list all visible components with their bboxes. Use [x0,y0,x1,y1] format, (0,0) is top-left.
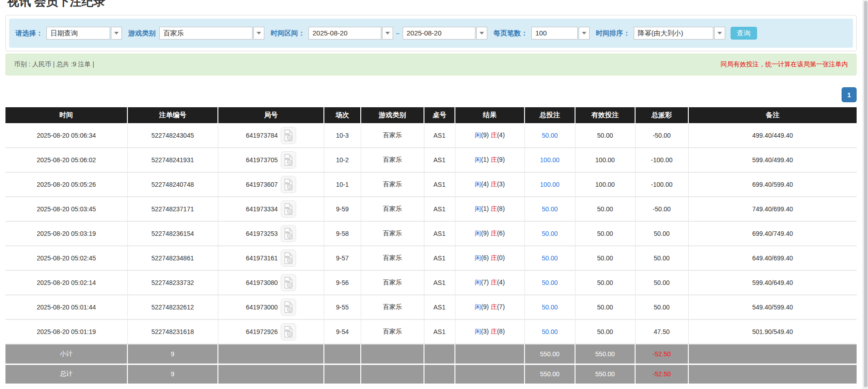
col-result: 结果 [455,107,525,123]
query-type-select[interactable]: 日期查询 [46,27,122,40]
cell-game-category: 百家乐 [361,246,424,270]
page-title: 视讯 会员下注纪录 [7,0,857,8]
cell-bet-id: 522748231618 [127,319,218,344]
result-player: 闲 [474,229,481,237]
round-number: 641973334 [246,205,278,213]
bet-records-table: 时间 注单编号 局号 场次 游戏类别 桌号 结果 总投注 有效投注 总派彩 备注… [5,107,857,385]
cell-session: 10-2 [324,148,361,172]
cell-total-bet: 100.00 [525,172,575,197]
video-record-icon[interactable] [281,299,296,316]
cell-valid-bet: 50.00 [575,295,635,319]
cell-round: 641973000 [218,295,324,319]
cell-valid-bet: 100.00 [575,148,635,172]
table-row: 2025-08-20 05:03:45 522748237171 6419733… [5,197,857,221]
table-row: 2025-08-20 05:06:34 522748243045 6419737… [5,123,857,148]
chevron-down-icon [714,27,725,40]
cell-game-category: 百家乐 [361,123,424,148]
cell-total-bet: 100.00 [525,148,575,172]
cell-table: AS1 [424,295,455,319]
total-payout: -52.50 [635,364,688,384]
query-type-label: 请选择： [15,29,43,38]
pagination: 1 [5,87,857,102]
cell-table: AS1 [424,172,455,197]
total-bet-link[interactable]: 50.00 [542,279,558,286]
chevron-down-icon [111,27,122,40]
cell-remark: 599.40/649.40 [688,270,857,295]
cell-payout: 50.00 [635,221,688,246]
cell-table: AS1 [424,148,455,172]
cell-remark: 699.40/749.40 [688,221,857,246]
total-bet-link[interactable]: 50.00 [542,230,558,237]
cell-valid-bet: 50.00 [575,319,635,344]
video-record-icon[interactable] [281,274,296,291]
cell-bet-id: 522748234861 [127,246,218,270]
table-row: 2025-08-20 05:06:02 522748241931 6419737… [5,148,857,172]
date-to-select[interactable]: 2025-08-20 [403,27,487,40]
cell-session: 9-57 [324,246,361,270]
sort-value: 降幂(由大到小) [634,27,713,40]
video-record-icon[interactable] [281,249,296,267]
total-bet-link[interactable]: 50.00 [542,328,558,335]
video-record-icon[interactable] [281,127,296,144]
cell-payout: 50.00 [635,246,688,270]
total-bet-link[interactable]: 50.00 [542,132,558,139]
cell-table: AS1 [424,197,455,221]
total-count: 9 [127,364,218,384]
total-bet-link[interactable]: 50.00 [542,254,558,262]
table-row: 2025-08-20 05:02:14 522748233732 6419730… [5,270,857,295]
cell-session: 9-58 [324,221,361,246]
video-record-icon[interactable] [281,225,296,242]
query-button[interactable]: 查询 [731,27,757,40]
chevron-down-icon [253,27,264,40]
page-1-button[interactable]: 1 [842,87,857,102]
total-bet-link[interactable]: 100.00 [540,156,560,164]
summary-bar: 币别 : 人民币 | 总共 :9 注单 | 同局有效投注，统一计算在该局第一张注… [5,54,857,75]
chevron-down-icon [382,27,393,40]
result-banker: 庄 [490,229,497,237]
result-banker: 庄 [490,328,497,335]
chevron-down-icon [579,27,590,40]
round-number: 641973253 [246,230,278,237]
video-record-icon[interactable] [281,200,296,218]
cell-round: 641973080 [218,270,324,295]
cell-table: AS1 [424,246,455,270]
result-banker: 庄 [490,180,497,188]
cell-bet-id: 522748236154 [127,221,218,246]
result-banker: 庄 [490,279,497,286]
total-label: 总计 [5,364,127,384]
cell-total-bet: 50.00 [525,295,575,319]
result-banker: 庄 [490,131,497,139]
table-row: 2025-08-20 05:01:44 522748232612 6419730… [5,295,857,319]
date-from-select[interactable]: 2025-08-20 [308,27,393,40]
col-game-category: 游戏类别 [361,107,424,123]
cell-time: 2025-08-20 05:01:19 [5,319,127,344]
cell-time: 2025-08-20 05:05:26 [5,172,127,197]
cell-total-bet: 50.00 [525,270,575,295]
cell-table: AS1 [424,319,455,344]
cell-total-bet: 50.00 [525,246,575,270]
cell-result: 闲(4) 庄(3) [455,172,525,197]
filter-panel: 请选择： 日期查询 游戏类别 百家乐 时间区间： 2025-08-20 ~ 20… [5,15,857,51]
col-payout: 总派彩 [635,107,688,123]
cell-table: AS1 [424,123,455,148]
sort-select[interactable]: 降幂(由大到小) [634,27,725,40]
subtotal-payout: -52.50 [635,344,688,364]
cell-round: 641972926 [218,319,324,344]
total-bet-link[interactable]: 50.00 [542,304,558,311]
video-record-icon[interactable] [281,323,296,340]
total-bet-link[interactable]: 100.00 [540,181,560,188]
cell-remark: 549.40/599.40 [688,295,857,319]
cell-time: 2025-08-20 05:03:45 [5,197,127,221]
scrollbar-thumb[interactable] [864,1,868,387]
page-size-value: 100 [531,27,578,40]
cell-remark: 699.40/599.40 [688,172,857,197]
total-bet-link[interactable]: 50.00 [542,205,558,213]
game-category-select[interactable]: 百家乐 [159,27,264,40]
page-size-select[interactable]: 100 [531,27,590,40]
cell-total-bet: 50.00 [525,123,575,148]
chevron-down-icon [476,27,487,40]
video-record-icon[interactable] [281,176,296,193]
col-time: 时间 [5,107,127,123]
video-record-icon[interactable] [281,151,296,169]
cell-bet-id: 522748237171 [127,197,218,221]
